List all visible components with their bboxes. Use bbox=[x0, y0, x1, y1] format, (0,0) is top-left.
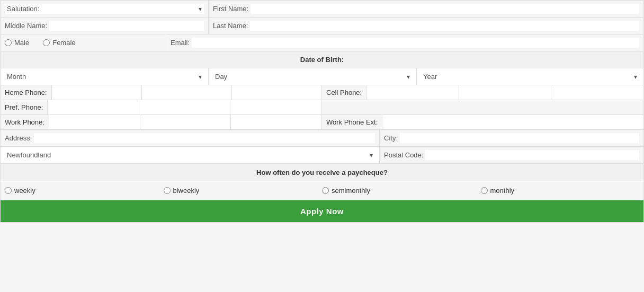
work-phone-ext-group: Work Phone Ext: bbox=[322, 115, 643, 129]
work-phone-input3[interactable] bbox=[231, 115, 321, 129]
biweekly-option: biweekly bbox=[164, 187, 323, 194]
firstname-cell: First Name: bbox=[209, 1, 643, 17]
cell-phone-group: Cell Phone: bbox=[322, 85, 643, 100]
monthly-label: monthly bbox=[490, 187, 515, 194]
pref-phone-label: Pref. Phone: bbox=[1, 100, 48, 114]
cell-phone-input2[interactable] bbox=[459, 85, 551, 100]
work-phone-seg1 bbox=[49, 115, 140, 129]
male-label: Male bbox=[14, 39, 29, 47]
address-cell: Address: bbox=[1, 130, 380, 146]
weekly-option: weekly bbox=[5, 187, 164, 194]
registration-form: Salutation: Mr. Mrs. Ms. Dr. First Name:… bbox=[0, 0, 644, 223]
salutation-select[interactable]: Salutation: Mr. Mrs. Ms. Dr. bbox=[5, 4, 204, 14]
address-label: Address: bbox=[5, 134, 32, 142]
dob-row: Month January February March April May J… bbox=[1, 68, 643, 85]
male-radio-label: Male bbox=[5, 39, 29, 47]
city-cell: City: bbox=[380, 130, 643, 146]
pref-phone-input2[interactable] bbox=[139, 100, 230, 114]
cell-phone-seg3 bbox=[551, 85, 643, 100]
email-input[interactable] bbox=[192, 38, 639, 48]
home-phone-label: Home Phone: bbox=[1, 85, 52, 100]
paycheque-header: How often do you receive a paycheque? bbox=[1, 164, 643, 181]
work-phone-ext-input-cell bbox=[382, 115, 643, 129]
province-cell: Newfoundland Alberta British Columbia Ma… bbox=[1, 147, 380, 163]
email-cell: Email: bbox=[166, 34, 643, 51]
female-radio[interactable] bbox=[43, 39, 50, 46]
address-city-row: Address: City: bbox=[1, 130, 643, 147]
month-select[interactable]: Month January February March April May J… bbox=[5, 72, 204, 82]
cell-phone-label: Cell Phone: bbox=[322, 85, 366, 100]
gender-cell: Male Female bbox=[1, 34, 166, 51]
postal-input[interactable] bbox=[425, 150, 639, 160]
work-phone-input1[interactable] bbox=[49, 115, 140, 129]
biweekly-label: biweekly bbox=[173, 187, 200, 194]
pref-phone-seg3 bbox=[230, 100, 321, 114]
middlename-cell: Middle Name: bbox=[1, 17, 209, 34]
cell-phone-seg2 bbox=[459, 85, 552, 100]
middlename-label: Middle Name: bbox=[5, 22, 47, 30]
lastname-label: Last Name: bbox=[213, 22, 248, 30]
pref-phone-seg2 bbox=[139, 100, 231, 114]
gender-email-row: Male Female Email: bbox=[1, 34, 643, 51]
work-phone-ext-label: Work Phone Ext: bbox=[322, 115, 382, 129]
province-select[interactable]: Newfoundland Alberta British Columbia Ma… bbox=[5, 150, 375, 160]
female-radio-label: Female bbox=[43, 39, 75, 47]
pref-phone-seg1 bbox=[48, 100, 139, 114]
province-postal-row: Newfoundland Alberta British Columbia Ma… bbox=[1, 147, 643, 164]
pref-phone-group: Pref. Phone: bbox=[1, 100, 322, 114]
middlename-lastname-row: Middle Name: Last Name: bbox=[1, 17, 643, 34]
lastname-cell: Last Name: bbox=[209, 17, 643, 34]
email-label: Email: bbox=[171, 39, 190, 47]
work-phone-seg2 bbox=[140, 115, 231, 129]
city-input[interactable] bbox=[400, 133, 639, 143]
month-cell: Month January February March April May J… bbox=[1, 68, 209, 85]
semimonthly-option: semimonthly bbox=[322, 187, 481, 194]
address-input[interactable] bbox=[34, 133, 375, 143]
firstname-label: First Name: bbox=[213, 5, 248, 13]
monthly-option: monthly bbox=[481, 187, 640, 194]
firstname-input[interactable] bbox=[251, 4, 639, 14]
work-phone-label: Work Phone: bbox=[1, 115, 49, 129]
home-phone-seg2 bbox=[142, 85, 232, 100]
pref-phone-spacer bbox=[322, 100, 643, 114]
salutation-cell: Salutation: Mr. Mrs. Ms. Dr. bbox=[1, 1, 209, 17]
cell-phone-seg1 bbox=[366, 85, 459, 100]
work-phone-row: Work Phone: Work Phone Ext: bbox=[1, 115, 643, 130]
pref-phone-input1[interactable] bbox=[48, 100, 139, 114]
postal-label: Postal Code: bbox=[384, 151, 423, 159]
middlename-input[interactable] bbox=[49, 21, 204, 31]
work-phone-input2[interactable] bbox=[140, 115, 231, 129]
weekly-label: weekly bbox=[14, 187, 35, 194]
home-phone-input3[interactable] bbox=[232, 85, 321, 100]
pref-phone-input3[interactable] bbox=[230, 100, 321, 114]
male-radio[interactable] bbox=[5, 39, 12, 46]
apply-button[interactable]: Apply Now bbox=[1, 200, 643, 222]
year-select[interactable]: Year for(let y=2024;y>=1920;y--) documen… bbox=[421, 72, 639, 82]
home-cell-phone-row: Home Phone: Cell Phone: bbox=[1, 85, 643, 100]
work-phone-ext-input[interactable] bbox=[382, 115, 643, 129]
home-phone-seg3 bbox=[232, 85, 321, 100]
work-phone-seg3 bbox=[231, 115, 321, 129]
year-cell: Year for(let y=2024;y>=1920;y--) documen… bbox=[417, 68, 643, 85]
semimonthly-radio[interactable] bbox=[322, 187, 329, 194]
dob-header: Date of Birth: bbox=[1, 51, 643, 68]
semimonthly-label: semimonthly bbox=[332, 187, 370, 194]
day-select[interactable]: Day for(let i=1;i<=31;i++) document.writ… bbox=[213, 72, 412, 82]
home-phone-seg1 bbox=[52, 85, 142, 100]
paycheque-options-row: weekly biweekly semimonthly monthly bbox=[1, 181, 643, 200]
work-phone-group: Work Phone: bbox=[1, 115, 322, 129]
lastname-input[interactable] bbox=[250, 21, 639, 31]
cell-phone-input1[interactable] bbox=[366, 85, 459, 100]
city-label: City: bbox=[384, 134, 398, 142]
home-phone-input2[interactable] bbox=[142, 85, 231, 100]
day-cell: Day for(let i=1;i<=31;i++) document.writ… bbox=[209, 68, 417, 85]
home-phone-input1[interactable] bbox=[52, 85, 141, 100]
pref-phone-row: Pref. Phone: bbox=[1, 100, 643, 115]
home-phone-group: Home Phone: bbox=[1, 85, 322, 100]
cell-phone-input3[interactable] bbox=[551, 85, 643, 100]
postal-cell: Postal Code: bbox=[380, 147, 643, 163]
female-label: Female bbox=[52, 39, 75, 47]
biweekly-radio[interactable] bbox=[164, 187, 171, 194]
monthly-radio[interactable] bbox=[481, 187, 488, 194]
weekly-radio[interactable] bbox=[5, 187, 12, 194]
